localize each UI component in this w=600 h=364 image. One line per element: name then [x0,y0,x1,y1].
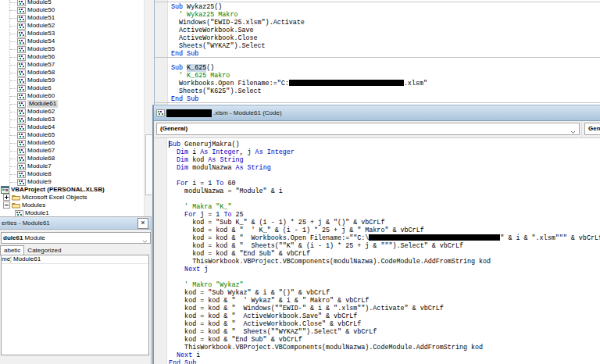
tree-item-module8[interactable]: Module8 [0,170,144,178]
properties-titlebar[interactable]: erties - Module61 × [0,217,151,230]
tree-item-label: Module60 [27,92,55,100]
tree-item-module52[interactable]: Module52 [0,22,144,30]
tree-item-label: Module55 [27,45,55,53]
code-line: modulNazwa = "Module" & i [169,187,283,195]
code-window-module61[interactable]: .xlsm - Module61 (Code) (General) Gene S… [152,105,600,364]
tree-item-module59[interactable]: Module59 [0,77,144,84]
tree-item-microsoft-excel-objects[interactable]: Microsoft Excel Objects [0,194,144,202]
tree-item-module53[interactable]: Module53 [0,30,144,37]
code-line: ' Makra "K_" [169,203,231,211]
code-line: ' Makro "Wykaz" [169,281,244,289]
tree-item-label: Module50 [27,6,55,14]
code-line: kod = kod & "End Sub" & vbCrLf [169,336,302,344]
code-line: Sheets("WYKAZ").Select [171,42,266,50]
tree-item-module62[interactable]: Module62 [0,108,144,116]
object-dropdown[interactable]: (General) [156,123,580,135]
code-line: ' Wykaz25 Makro [171,11,238,19]
code-editor[interactable]: Sub GenerujMakra() Dim i As Integer, j A… [154,138,600,364]
tree-item-module55[interactable]: Module55 [0,45,144,53]
tree-item-label: Module8 [27,170,52,178]
code-window-top[interactable]: Sub Wykaz25() ' Wykaz25 Makro Windows("E… [154,0,600,105]
tree-item-label: Modules [22,202,45,209]
tree-item-label: Module51 [27,14,55,22]
tree-item-label: Module64 [27,123,55,131]
code-line: End Sub [169,359,196,364]
property-row[interactable]: me)Module61 [2,255,148,264]
properties-tabs: abeticCategorized [0,245,65,255]
tree-item-module68[interactable]: Module68 [0,155,144,162]
tree-item-module54[interactable]: Module54 [0,37,144,45]
procedure-dropdown[interactable]: Gene [584,123,600,135]
code-line: Next i [169,352,200,359]
code-line: kod = kod & " ActiveWorkbook.Save" & vbC… [169,312,357,320]
tree-item-label: Module57 [27,61,55,69]
procedure-separator [155,2,600,2]
tree-item-label: Module67 [27,147,55,155]
tree-item-module58[interactable]: Module58 [0,69,144,77]
tree-item-label: Module6 [27,84,52,92]
tree-item-module5[interactable]: Module5 [0,0,144,6]
properties-title-text: erties - Module61 [2,219,50,227]
properties-window: erties - Module61 × dule61 Module abetic… [0,216,152,364]
code-line: ' K_625 Makro [171,72,230,80]
object-type: Module [23,234,45,241]
module-icon [15,209,23,216]
tree-item-module64[interactable]: Module64 [0,123,144,131]
redacted-filename [166,109,212,117]
code-line: kod = kod & "End Sub" & vbCrLf [169,250,310,258]
tree-item-module51[interactable]: Module51 [0,14,144,22]
module-icon [156,109,165,118]
code-line: kod = kod & " Workbooks.Open Filename:="… [169,234,600,242]
tree-item-module50[interactable]: Module50 [0,6,144,14]
code-line: ActiveWorkbook.Close [171,34,258,42]
tree-item-label: Module56 [27,53,55,61]
code-line: ThisWorkbook.VBProject.VBComponents(modu… [169,258,491,266]
code-line: kod = "Sub K_" & (i - 1) * 25 + j & "()"… [169,219,384,227]
tree-item-module66[interactable]: Module66 [0,139,144,147]
tree-item-label: Module1 [25,209,49,216]
code-line: kod = kod & " ActiveWorkbook.Close" & vb… [169,320,361,328]
close-icon[interactable]: × [138,218,148,229]
redacted-text [369,234,500,241]
tree-item-label: Module53 [27,30,55,37]
tree-item-module63[interactable]: Module63 [0,116,144,123]
code-window-titlebar[interactable]: .xlsm - Module61 (Code) [154,105,600,121]
code-line: kod = kod & " Sheets(""K" & (i - 1) * 25… [169,242,463,250]
properties-grid[interactable]: me)Module61 [1,255,149,355]
code-line: kod = kod & " Windows(""EWID-" & i & ".x… [169,305,444,312]
vba-editor-workspace: Module5Module50Module51Module52Module53M… [0,0,600,364]
procedure-separator [155,57,600,58]
tree-item-module9[interactable]: Module9 [0,178,144,186]
tree-item-label: Module7 [27,162,52,170]
tree-item-module6[interactable]: Module6 [0,84,144,92]
tree-item-module67[interactable]: Module67 [0,147,144,155]
property-value[interactable]: Module61 [12,255,148,263]
tree-item-label: Module62 [27,108,55,116]
procedure-dropdown-value: Gene [588,125,600,132]
tree-item-module56[interactable]: Module56 [0,53,144,61]
tree-item-module60[interactable]: Module60 [0,92,144,100]
dropdown-divider [581,121,582,137]
tree-item-vbaproject-personal-xlsb-[interactable]: VBAProject (PERSONAL.XLSB) [0,186,144,194]
code-line: kod = kod & " Sheets(""WYKAZ"").Select" … [169,328,377,336]
window-title: .xlsm - Module61 (Code) [213,109,282,116]
tree-item-module57[interactable]: Module57 [0,61,144,69]
tree-item-label: Microsoft Excel Objects [22,194,88,202]
tree-item-label: VBAProject (PERSONAL.XLSB) [11,186,105,194]
code-line: ThisWorkbook.VBProject.VBComponents(modu… [169,344,483,352]
code-line: Next j [169,266,208,273]
object-dropdown-value: (General) [160,125,188,132]
code-line: kod = "Sub Wykaz" & i & "()" & vbCrLf [169,289,330,297]
tree-item-label: Module63 [27,116,55,123]
tree-item-modules[interactable]: Modules [0,202,144,209]
tree-item-module61[interactable]: Module61 [0,100,144,108]
property-name: me) [2,255,12,263]
tree-item-module1[interactable]: Module1 [0,209,144,216]
tree-item-module65[interactable]: Module65 [0,131,144,139]
code-line: kod = kod & " ' K_" & (i - 1) * 25 + j &… [169,227,424,234]
tree-item-module7[interactable]: Module7 [0,162,144,170]
code-line: ActiveWorkbook.Save [171,27,254,34]
properties-object-dropdown[interactable]: dule61 Module [1,232,151,244]
code-line: Sheets("K625").Select [171,87,262,95]
project-explorer[interactable]: Module5Module50Module51Module52Module53M… [0,0,144,216]
